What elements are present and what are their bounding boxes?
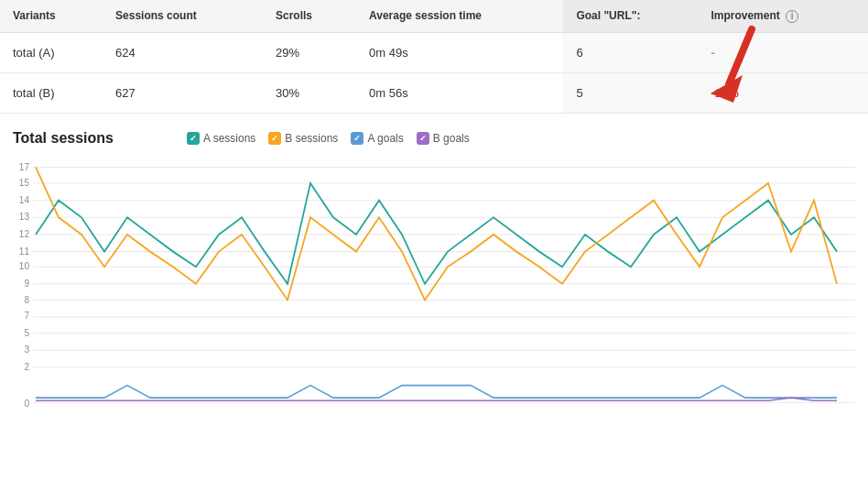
svg-text:3: 3 [24,344,29,355]
col-avg-session-time: Average session time [356,0,563,32]
chart-area: 17 15 14 13 12 11 10 9 8 7 5 3 2 0 [13,156,855,421]
svg-text:12: 12 [19,229,29,239]
svg-text:8: 8 [24,294,29,304]
table-row: total (A) 624 29% 0m 49s 6 - [0,32,868,72]
col-improvement: Improvement i [698,0,868,32]
svg-text:17: 17 [19,161,29,171]
legend-check-a-goals: ✓ [351,132,363,145]
chart-header: Total sessions ✓ A sessions ✓ B sessions… [13,130,855,147]
chart-svg: 17 15 14 13 12 11 10 9 8 7 5 3 2 0 [13,156,855,421]
chart-legend: ✓ A sessions ✓ B sessions ✓ A goals ✓ B … [187,132,470,145]
legend-check-b-goals: ✓ [417,132,429,145]
cell-improvement-b: -17% [698,72,868,113]
svg-text:10: 10 [19,261,29,271]
svg-text:15: 15 [19,178,29,188]
cell-variants-b: total (B) [0,72,103,113]
chart-section: Total sessions ✓ A sessions ✓ B sessions… [0,114,868,421]
legend-b-goals: ✓ B goals [417,132,470,145]
svg-text:7: 7 [24,311,29,321]
legend-label-b-sessions: B sessions [285,132,338,145]
cell-variants-a: total (A) [0,32,103,72]
dash-label: - [711,46,714,60]
chart-title: Total sessions [13,130,114,147]
info-icon[interactable]: i [786,10,798,23]
legend-label-b-goals: B goals [433,132,470,145]
cell-goal-b: 5 [563,72,698,113]
cell-improvement-a: - [698,32,868,72]
svg-text:5: 5 [24,327,29,337]
svg-text:11: 11 [19,246,29,256]
col-scrolls: Scrolls [263,0,356,32]
legend-a-goals: ✓ A goals [351,132,403,145]
legend-check-b-sessions: ✓ [268,132,281,145]
legend-label-a-goals: A goals [367,132,403,145]
cell-avg-time-b: 0m 56s [356,72,563,113]
svg-text:9: 9 [24,279,29,289]
svg-text:2: 2 [24,362,29,372]
svg-text:0: 0 [24,399,29,409]
cell-avg-time-a: 0m 49s [356,32,563,72]
legend-label-a-sessions: A sessions [203,132,255,145]
improvement-label: Improvement [711,9,779,22]
svg-text:13: 13 [19,212,29,222]
cell-sessions-b: 627 [103,72,263,113]
col-sessions-count: Sessions count [103,0,263,32]
table-row: total (B) 627 30% 0m 56s 5 -17% [0,72,868,113]
cell-scrolls-b: 30% [263,72,356,113]
data-table: Variants Sessions count Scrolls Average … [0,0,868,114]
cell-sessions-a: 624 [103,32,263,72]
col-goal-url: Goal "URL": [563,0,698,32]
col-variants: Variants [0,0,103,32]
legend-b-sessions: ✓ B sessions [268,132,338,145]
cell-goal-a: 6 [563,32,698,72]
legend-check-a-sessions: ✓ [187,132,200,145]
svg-text:14: 14 [19,194,29,204]
legend-a-sessions: ✓ A sessions [187,132,255,145]
cell-scrolls-a: 29% [263,32,356,72]
